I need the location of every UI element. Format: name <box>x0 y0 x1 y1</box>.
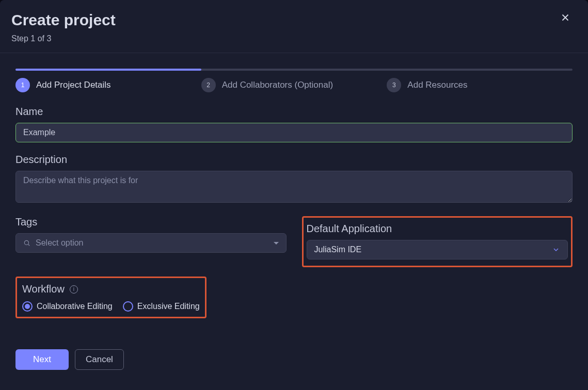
description-label: Description <box>15 154 573 166</box>
tags-label: Tags <box>15 216 287 228</box>
progress-fill <box>15 69 201 71</box>
name-input[interactable] <box>15 123 573 142</box>
close-button[interactable] <box>559 11 571 24</box>
description-group: Description <box>15 154 573 205</box>
step-3-number: 3 <box>387 78 401 92</box>
workflow-highlight: Workflow i Collaborative Editing Exclusi… <box>15 277 206 318</box>
workflow-label: Workflow <box>22 283 65 295</box>
radio-exclusive[interactable]: Exclusive Editing <box>123 301 200 312</box>
modal-header: Create project Step 1 of 3 <box>0 0 588 53</box>
caret-down-icon <box>274 242 279 245</box>
radio-circle-collaborative <box>22 301 33 312</box>
workflow-header: Workflow i <box>22 283 200 295</box>
step-3[interactable]: 3 Add Resources <box>387 78 573 92</box>
step-1-label: Add Project Details <box>36 80 111 90</box>
tags-group: Tags Select option <box>15 216 287 267</box>
info-icon[interactable]: i <box>70 285 78 294</box>
default-app-label: Default Application <box>307 223 568 235</box>
tags-select[interactable]: Select option <box>15 233 287 253</box>
form-row: Tags Select option Default Application J… <box>15 216 573 267</box>
tags-placeholder: Select option <box>36 238 268 248</box>
close-icon <box>560 12 571 23</box>
radio-label-collaborative: Collaborative Editing <box>37 302 113 311</box>
step-1-number: 1 <box>15 78 30 92</box>
svg-point-0 <box>24 240 28 245</box>
step-2-number: 2 <box>201 78 216 92</box>
description-input[interactable] <box>15 171 573 203</box>
name-label: Name <box>15 106 573 118</box>
name-group: Name <box>15 106 573 142</box>
next-button[interactable]: Next <box>15 349 69 370</box>
modal-footer: Next Cancel <box>15 349 573 370</box>
default-app-select[interactable]: JuliaSim IDE <box>307 240 568 259</box>
step-3-label: Add Resources <box>407 80 467 90</box>
create-project-modal: Create project Step 1 of 3 1 Add Project… <box>0 0 588 390</box>
radio-circle-exclusive <box>123 301 133 312</box>
step-1[interactable]: 1 Add Project Details <box>15 78 201 92</box>
radio-label-exclusive: Exclusive Editing <box>137 302 200 311</box>
modal-body: 1 Add Project Details 2 Add Collaborator… <box>0 53 588 385</box>
modal-title: Create project <box>11 11 116 29</box>
default-app-highlight: Default Application JuliaSim IDE <box>302 216 573 267</box>
progress-bar <box>15 69 573 71</box>
cancel-button[interactable]: Cancel <box>75 349 124 370</box>
step-2-label: Add Collaborators (Optional) <box>222 80 333 90</box>
step-2[interactable]: 2 Add Collaborators (Optional) <box>201 78 387 92</box>
radio-collaborative[interactable]: Collaborative Editing <box>22 301 113 312</box>
chevron-down-icon <box>552 246 560 254</box>
search-icon <box>23 239 30 247</box>
workflow-radio-group: Collaborative Editing Exclusive Editing <box>22 301 200 312</box>
step-list: 1 Add Project Details 2 Add Collaborator… <box>15 78 573 92</box>
default-app-value: JuliaSim IDE <box>314 245 547 254</box>
step-indicator: Step 1 of 3 <box>11 34 116 43</box>
